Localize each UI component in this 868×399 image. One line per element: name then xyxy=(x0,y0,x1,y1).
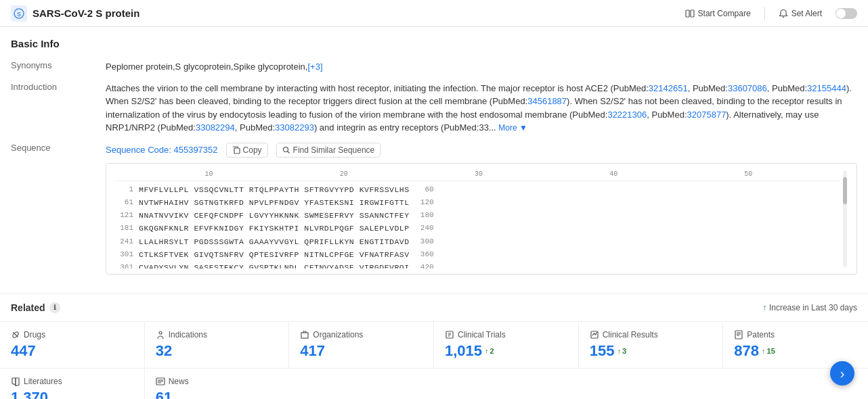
sequence-scrollbar[interactable] xyxy=(843,170,847,267)
alert-toggle[interactable] xyxy=(836,8,857,19)
svg-rect-3 xyxy=(691,10,694,17)
related-title: Related ℹ xyxy=(11,302,60,313)
sequence-header: Sequence Code: 455397352 Copy F xyxy=(106,143,857,158)
sequence-content: Sequence Code: 455397352 Copy F xyxy=(106,143,857,275)
seq-line-3: 121NNATNVVIKV CEFQFCNDPF LGVYYHKNNK SWME… xyxy=(114,210,840,221)
sequence-label: Sequence xyxy=(11,143,106,275)
seq-line-5: 241LLALHRSYLT PGDSSSGWTA GAААYVVGYL QPRI… xyxy=(114,236,840,248)
pubmed-4-link[interactable]: 34561887 xyxy=(527,96,567,106)
stats-grid-row2: Literatures 1,370 News 61 xyxy=(0,369,868,400)
stats-clinical-trials[interactable]: Clinical Trials 1,015 ↑ 2 xyxy=(434,322,579,368)
sequence-row: Sequence Sequence Code: 455397352 Copy xyxy=(11,143,857,275)
pubmed-5-link[interactable]: 32221306 xyxy=(607,110,647,120)
stats-drugs[interactable]: Drugs 447 xyxy=(0,322,145,368)
page-title: SARS-CoV-2 S protein xyxy=(32,7,139,19)
seq-line-2: 61NVTWFHAIHV SGTNGTKRFD NPVLPFNDGV YFAST… xyxy=(114,197,840,208)
svg-text:S: S xyxy=(17,11,21,18)
pubmed-1-link[interactable]: 32142651 xyxy=(649,83,688,93)
sequence-box[interactable]: 10 20 30 40 50 1MFVFLVLLPL VSSQCVNLTT RT… xyxy=(106,163,857,275)
introduction-label: Introduction xyxy=(11,82,106,135)
synonyms-row: Synonyms Peplomer protein,S glycoprotein… xyxy=(11,60,857,74)
set-alert-button[interactable]: Set Alert xyxy=(773,6,827,21)
clinical-results-delta: ↑ 3 xyxy=(617,347,626,355)
pubmed-8-link[interactable]: 33082293 xyxy=(275,122,314,133)
clinical-results-icon xyxy=(590,330,599,339)
stats-clinical-results[interactable]: Clinical Results 155 ↑ 3 xyxy=(579,322,724,368)
stats-organizations[interactable]: Organizations 417 xyxy=(289,322,434,368)
seq-line-6: 301CTLKSFTVEK GIVQTSNFRV QPTESIVRFP NITN… xyxy=(114,249,840,260)
main-content: Basic Info Synonyms Peplomer protein,S g… xyxy=(0,27,868,294)
copy-button[interactable]: Copy xyxy=(226,143,268,158)
organizations-icon xyxy=(300,330,309,339)
svg-rect-12 xyxy=(735,331,742,339)
start-compare-button[interactable]: Start Compare xyxy=(680,6,756,21)
trend-arrow-icon: ↑ xyxy=(762,303,766,312)
clinical-trials-delta: ↑ 2 xyxy=(485,347,494,355)
literatures-icon xyxy=(11,377,20,386)
compare-icon xyxy=(685,9,695,18)
patents-delta: ↑ 15 xyxy=(762,347,775,355)
header: S SARS-CoV-2 S protein Start Compare Set… xyxy=(0,0,868,27)
svg-rect-2 xyxy=(686,10,689,17)
ruler-10: 10 xyxy=(205,169,213,179)
drugs-icon xyxy=(11,330,20,339)
clinical-trials-icon xyxy=(445,330,454,339)
related-trend: ↑ Increase in Last 30 days xyxy=(762,303,857,312)
news-icon xyxy=(156,377,165,386)
header-divider xyxy=(764,7,765,20)
stats-news[interactable]: News 61 xyxy=(145,369,290,400)
pubmed-6-link[interactable]: 32075877 xyxy=(687,110,726,120)
find-similar-button[interactable]: Find Similar Sequence xyxy=(276,143,381,158)
scrollbar-thumb xyxy=(843,177,847,204)
float-action-button[interactable]: › xyxy=(830,361,854,385)
introduction-row: Introduction Attaches the virion to the … xyxy=(11,82,857,135)
ruler-50: 50 xyxy=(744,169,752,179)
find-similar-icon xyxy=(282,146,290,154)
svg-rect-9 xyxy=(301,333,308,338)
copy-icon xyxy=(232,146,240,154)
header-left: S SARS-CoV-2 S protein xyxy=(11,5,139,22)
protein-icon: S xyxy=(11,5,27,22)
introduction-text: Attaches the virion to the cell membrane… xyxy=(106,82,857,135)
synonyms-label: Synonyms xyxy=(11,60,106,74)
synonyms-value: Peplomer protein,S glycoprotein,Spike gl… xyxy=(106,60,857,74)
related-header: Related ℹ ↑ Increase in Last 30 days xyxy=(0,294,868,322)
stats-grid-row1: Drugs 447 Indications 32 Organizat xyxy=(0,322,868,369)
synonyms-more-link[interactable]: [+3] xyxy=(307,62,322,72)
sequence-code[interactable]: Sequence Code: 455397352 xyxy=(106,143,218,157)
stats-literatures[interactable]: Literatures 1,370 xyxy=(0,369,145,400)
stats-patents[interactable]: Patents 878 ↑ 15 xyxy=(723,322,868,368)
seq-line-7: 361CVADYSVLYN SASFSTFKCY GVSPTKLNDL CFTN… xyxy=(114,262,840,268)
basic-info-title: Basic Info xyxy=(11,38,857,49)
indications-icon xyxy=(156,330,165,339)
ruler-40: 40 xyxy=(609,169,617,179)
ruler-30: 30 xyxy=(475,169,483,179)
toggle-knob xyxy=(836,9,846,18)
header-actions: Start Compare Set Alert xyxy=(680,6,857,21)
svg-point-8 xyxy=(159,331,162,334)
patents-icon xyxy=(734,330,743,339)
stats-indications[interactable]: Indications 32 xyxy=(145,322,290,368)
related-info-badge[interactable]: ℹ xyxy=(49,302,60,313)
intro-more-link[interactable]: More ▼ xyxy=(498,123,527,133)
svg-line-7 xyxy=(14,332,18,337)
ruler-20: 20 xyxy=(340,169,348,179)
pubmed-2-link[interactable]: 33607086 xyxy=(728,83,767,93)
seq-line-1: 1MFVFLVLLPL VSSQCVNLTT RTQLPPAYTН SFTRGV… xyxy=(114,184,840,195)
svg-point-5 xyxy=(283,147,288,151)
svg-rect-4 xyxy=(234,148,240,154)
alert-icon xyxy=(779,9,788,18)
pubmed-7-link[interactable]: 33082294 xyxy=(196,122,235,133)
pubmed-3-link[interactable]: 32155444 xyxy=(807,83,846,93)
seq-line-4: 181GKQGNFKNLR EFVFKNIDGY FKIYSKHTPI NLVR… xyxy=(114,222,840,234)
